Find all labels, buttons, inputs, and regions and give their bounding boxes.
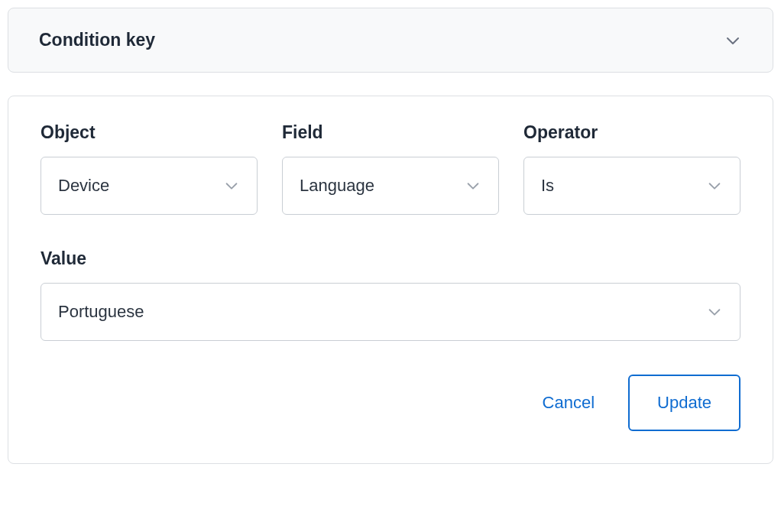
object-group: Object Device xyxy=(41,122,258,215)
value-select-value: Portuguese xyxy=(58,302,144,322)
chevron-down-icon xyxy=(465,177,481,194)
condition-panel: Object Device Field Language Operator Is xyxy=(8,96,773,464)
field-select[interactable]: Language xyxy=(282,157,499,215)
accordion-title: Condition key xyxy=(39,30,155,50)
object-select-value: Device xyxy=(58,176,109,196)
operator-label: Operator xyxy=(523,122,740,143)
accordion-header[interactable]: Condition key xyxy=(8,8,773,73)
value-group: Value Portuguese xyxy=(41,248,740,341)
object-select[interactable]: Device xyxy=(41,157,258,215)
update-button[interactable]: Update xyxy=(628,375,740,431)
chevron-down-icon xyxy=(706,177,723,194)
chevron-down-icon xyxy=(223,177,240,194)
value-label: Value xyxy=(41,248,740,269)
field-label: Field xyxy=(282,122,499,143)
operator-select-value: Is xyxy=(541,176,554,196)
action-row: Cancel Update xyxy=(41,375,740,431)
value-select[interactable]: Portuguese xyxy=(41,283,740,341)
field-group: Field Language xyxy=(282,122,499,215)
operator-select[interactable]: Is xyxy=(523,157,740,215)
chevron-down-icon xyxy=(724,31,742,50)
field-select-value: Language xyxy=(300,176,374,196)
object-label: Object xyxy=(41,122,258,143)
chevron-down-icon xyxy=(706,303,723,320)
field-row: Object Device Field Language Operator Is xyxy=(41,122,740,215)
cancel-button[interactable]: Cancel xyxy=(543,393,595,413)
operator-group: Operator Is xyxy=(523,122,740,215)
